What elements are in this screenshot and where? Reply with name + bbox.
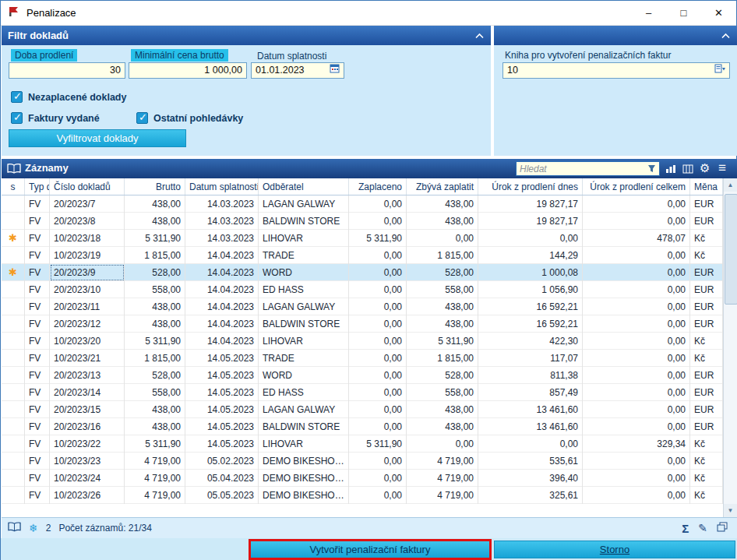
column-header[interactable]: Číslo dokladů	[50, 178, 125, 195]
cell-odberatel: BALDWIN STORE	[259, 213, 349, 230]
table-row[interactable]: FV10/2023/205 311,9014.04.2023LIHOVAR0,0…	[2, 333, 723, 350]
column-header[interactable]: Zaplaceno	[349, 178, 407, 195]
scrollbar-thumb[interactable]	[725, 194, 737, 305]
records-table-body: FV20/2023/7438,0014.03.2023LAGAN GALWAY0…	[2, 195, 723, 517]
collapse-kniha-chevron-icon[interactable]	[721, 33, 731, 39]
chart-icon[interactable]	[665, 164, 676, 174]
cell-cislo: 10/2023/22	[50, 435, 125, 453]
table-row[interactable]: FV20/2023/12438,0014.04.2023BALDWIN STOR…	[2, 315, 723, 333]
table-row[interactable]: FV20/2023/8438,0014.03.2023BALDWIN STORE…	[2, 213, 723, 230]
table-row[interactable]: FV20/2023/14558,0014.05.2023ED HASS0,005…	[2, 384, 723, 401]
cell-odberatel: WORD	[259, 264, 349, 281]
book-icon[interactable]	[8, 522, 21, 534]
cell-datum: 14.05.2023	[185, 435, 259, 453]
cell-mena: Kč	[690, 470, 723, 487]
table-row[interactable]: ✱FV10/2023/185 311,9014.03.2023LIHOVAR5 …	[2, 230, 723, 247]
table-row[interactable]: FV20/2023/11438,0014.04.2023LAGAN GALWAY…	[2, 298, 723, 315]
cell-brutto: 4 719,00	[125, 470, 185, 487]
close-button[interactable]: ✕	[701, 1, 736, 25]
table-row[interactable]: FV20/2023/10558,0014.04.2023ED HASS0,005…	[2, 281, 723, 298]
table-row[interactable]: FV10/2023/211 815,0014.05.2023TRADE0,001…	[2, 350, 723, 367]
scroll-up-icon[interactable]: ▲	[724, 178, 737, 192]
copy-icon[interactable]	[717, 522, 728, 534]
column-header[interactable]: Typ d	[25, 178, 50, 195]
doba-prodleni-input[interactable]: 30	[9, 62, 125, 79]
column-header[interactable]: s	[2, 178, 25, 195]
calendar-icon[interactable]	[330, 63, 340, 78]
cell-urok_celkem: 0,00	[583, 367, 690, 384]
table-row[interactable]: FV10/2023/264 719,0005.05.2023DEMO BIKES…	[2, 487, 723, 504]
cell-datum: 14.05.2023	[185, 418, 259, 435]
cell-urok_celkem: 0,00	[583, 195, 690, 213]
vertical-scrollbar[interactable]: ▲ ▼	[723, 178, 737, 517]
cell-datum: 14.05.2023	[185, 350, 259, 367]
table-row[interactable]: FV10/2023/225 311,9014.05.2023LIHOVAR5 3…	[2, 435, 723, 453]
scroll-down-icon[interactable]: ▼	[724, 504, 737, 517]
table-row[interactable]: FV20/2023/13528,0014.05.2023WORD0,00528,…	[2, 367, 723, 384]
storno-button[interactable]: Storno	[494, 541, 735, 558]
table-row[interactable]: FV10/2023/244 719,0005.04.2023DEMO BIKES…	[2, 470, 723, 487]
cell-odberatel: LAGAN GALWAY	[259, 195, 349, 213]
vyfiltrovat-doklady-button[interactable]: Vyfiltrovat doklady	[9, 129, 186, 147]
flag-star-icon: ✱	[2, 230, 25, 247]
table-row[interactable]: FV20/2023/15438,0014.05.2023LAGAN GALWAY…	[2, 401, 723, 418]
flagged-count-badge: 2	[46, 523, 51, 534]
kniha-input[interactable]: 10	[503, 62, 730, 79]
table-row[interactable]: FV10/2023/234 719,0005.02.2023DEMO BIKES…	[2, 453, 723, 470]
cell-brutto: 438,00	[125, 315, 185, 333]
cell-mena: EUR	[690, 367, 723, 384]
faktury-vydane-checkbox[interactable]	[11, 112, 23, 124]
column-header[interactable]: Úrok z prodlení celkem	[583, 178, 690, 195]
ostatni-pohledavky-checkbox[interactable]	[136, 112, 148, 124]
column-header[interactable]: Zbývá zaplatit	[407, 178, 478, 195]
filter-panel-body: Doba prodlení 30 Minimální cena brutto 1…	[2, 45, 491, 156]
cell-zaplaceno: 0,00	[349, 384, 407, 401]
column-header[interactable]: Brutto	[125, 178, 185, 195]
cell-odberatel: LIHOVAR	[259, 230, 349, 247]
column-header[interactable]: Datum splatnosti	[185, 178, 259, 195]
column-header[interactable]: Odběratel	[259, 178, 349, 195]
columns-icon[interactable]	[682, 164, 693, 174]
table-row[interactable]: FV20/2023/7438,0014.03.2023LAGAN GALWAY0…	[2, 195, 723, 213]
cell-typ: FV	[25, 418, 50, 435]
table-row[interactable]: ✱FV20/2023/9528,0014.04.2023WORD0,00528,…	[2, 264, 723, 281]
column-header[interactable]: Měna	[690, 178, 723, 195]
min-cena-brutto-input[interactable]: 1 000,00	[129, 62, 247, 79]
book-select-icon[interactable]	[714, 63, 725, 78]
cell-zbyva: 558,00	[407, 281, 478, 298]
maximize-button[interactable]: □	[666, 1, 701, 25]
create-penalty-invoices-button[interactable]: Vytvořit penalizační faktury	[249, 539, 492, 560]
menu-icon[interactable]: ≡	[718, 160, 726, 176]
datum-splatnosti-input[interactable]: 01.01.2023	[251, 62, 344, 79]
cell-mena: Kč	[690, 230, 723, 247]
filter-funnel-icon[interactable]	[647, 162, 656, 176]
cell-odberatel: ED HASS	[259, 281, 349, 298]
cell-urok_celkem: 0,00	[583, 487, 690, 504]
filter-panel: Filtr dokladů Doba prodlení 30 Minimální…	[2, 26, 491, 156]
window-title: Penalizace	[26, 7, 76, 19]
cell-odberatel: LAGAN GALWAY	[259, 298, 349, 315]
flag-cell	[2, 333, 25, 350]
table-row[interactable]: FV20/2023/16438,0014.05.2023BALDWIN STOR…	[2, 418, 723, 435]
cell-cislo: 20/2023/16	[50, 418, 125, 435]
sum-icon[interactable]: Σ	[682, 522, 689, 535]
flag-cell	[2, 487, 25, 504]
table-row[interactable]: FV10/2023/191 815,0014.04.2023TRADE0,001…	[2, 247, 723, 264]
search-input[interactable]: Hledat	[516, 161, 660, 176]
column-header[interactable]: Úrok z prodlení dnes	[478, 178, 583, 195]
cell-zbyva: 438,00	[407, 298, 478, 315]
collapse-filter-chevron-icon[interactable]	[474, 33, 485, 39]
cell-cislo: 10/2023/21	[50, 350, 125, 367]
cell-zaplaceno: 0,00	[349, 418, 407, 435]
minimize-button[interactable]: –	[631, 1, 666, 25]
cell-cislo: 20/2023/14	[50, 384, 125, 401]
snowflake-icon[interactable]: ❄	[29, 522, 38, 534]
cell-zaplaceno: 5 311,90	[349, 435, 407, 453]
settings-gear-icon[interactable]: ⚙	[700, 161, 710, 175]
edit-pencil-icon[interactable]: ✎	[698, 522, 707, 534]
cell-brutto: 558,00	[125, 384, 185, 401]
nezaplacene-doklady-checkbox[interactable]	[11, 91, 23, 103]
flag-star-icon: ✱	[2, 264, 25, 281]
cell-zbyva: 438,00	[407, 418, 478, 435]
flag-cell	[2, 247, 25, 264]
